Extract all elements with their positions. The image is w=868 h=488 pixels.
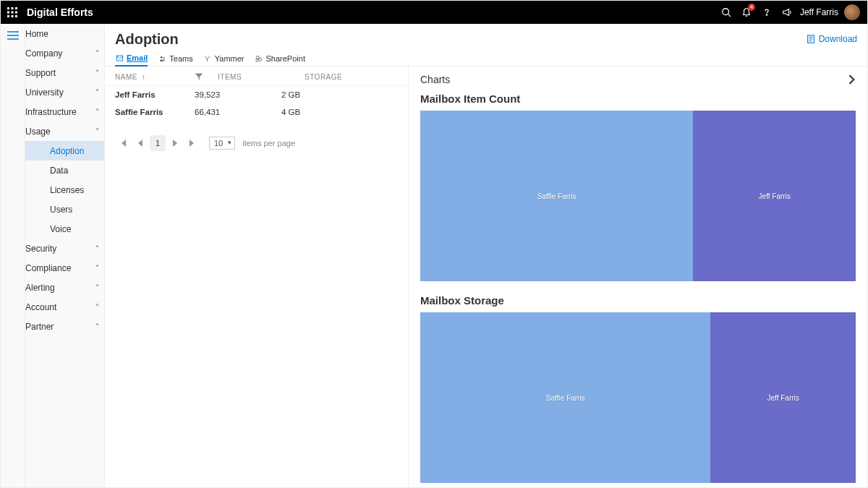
pager-page-1[interactable]: 1: [150, 135, 166, 151]
svg-rect-2: [15, 7, 17, 9]
sidebar-item-alerting[interactable]: Alerting ˄: [25, 278, 105, 297]
notifications-icon[interactable]: 4: [736, 2, 757, 22]
chart-2-title: Mailbox Storage: [420, 294, 856, 307]
menu-toggle-icon[interactable]: [7, 31, 19, 41]
sidebar-item-label: Infrastructure: [25, 107, 95, 117]
teams-icon: [158, 54, 166, 63]
chevron-up-icon: ˄: [95, 49, 99, 57]
svg-point-45: [259, 58, 262, 61]
treemap-cell: Saffie Farris: [420, 312, 710, 483]
svg-rect-41: [116, 56, 122, 61]
svg-point-9: [723, 9, 729, 15]
svg-rect-8: [15, 15, 17, 17]
sidebar-item-university[interactable]: University ˄: [25, 82, 105, 102]
sidebar-item-usage[interactable]: Usage ˅: [25, 121, 105, 141]
svg-rect-7: [12, 15, 14, 17]
col-name-header[interactable]: NAME: [115, 73, 137, 81]
treemap-cell: Jeff Farris: [693, 111, 856, 281]
pager-prev-icon[interactable]: [132, 135, 148, 151]
sort-asc-icon[interactable]: ↑: [142, 73, 146, 81]
sidebar-item-infrastructure[interactable]: Infrastructure ˄: [25, 102, 105, 121]
sidebar-subitem-users[interactable]: Users: [25, 200, 105, 219]
svg-rect-0: [7, 7, 9, 9]
download-button[interactable]: Download: [806, 31, 857, 44]
pager-first-icon[interactable]: [115, 135, 131, 151]
chevron-up-icon: ˄: [95, 108, 99, 116]
sidebar-item-security[interactable]: Security ˄: [25, 239, 105, 258]
col-storage-header[interactable]: STORAGE: [305, 73, 398, 81]
search-icon[interactable]: [716, 2, 736, 22]
table-row[interactable]: Saffie Farris 66,431 4 GB: [105, 103, 408, 121]
megaphone-icon[interactable]: [777, 2, 797, 22]
sharepoint-icon: [255, 54, 263, 63]
tab-email[interactable]: Email: [115, 53, 148, 67]
sidebar-item-partner[interactable]: Partner ˄: [25, 317, 105, 336]
brand-title: Digital Efforts: [27, 7, 93, 18]
sidebar-item-label: Account: [25, 302, 95, 312]
sidebar-item-support[interactable]: Support ˄: [25, 63, 105, 82]
col-items-header[interactable]: ITEMS: [218, 73, 305, 81]
treemap-cell: Saffie Farris: [420, 111, 693, 281]
sidebar-item-label: Home: [25, 29, 99, 39]
chevron-up-icon: ˄: [95, 264, 99, 272]
sidebar-subitem-voice[interactable]: Voice: [25, 219, 105, 239]
sidebar-subitem-adoption[interactable]: Adoption: [25, 141, 105, 160]
help-icon[interactable]: [757, 2, 777, 22]
sidebar-subitem-licenses[interactable]: Licenses: [25, 180, 105, 200]
email-icon: [115, 53, 124, 62]
notification-badge: 4: [748, 4, 755, 11]
chevron-up-icon: ˄: [95, 69, 99, 77]
sidebar-item-compliance[interactable]: Compliance ˄: [25, 258, 105, 278]
svg-rect-5: [15, 12, 17, 14]
sidebar-item-home[interactable]: Home: [25, 24, 105, 43]
download-label: Download: [819, 34, 857, 44]
tab-teams[interactable]: Teams: [158, 54, 192, 66]
app-launcher-icon[interactable]: [7, 7, 18, 18]
tab-sharepoint[interactable]: SharePoint: [255, 54, 305, 66]
sidebar-item-account[interactable]: Account ˄: [25, 297, 105, 317]
tab-yammer[interactable]: Yammer: [203, 54, 244, 66]
charts-panel-title: Charts: [420, 74, 450, 85]
table-row[interactable]: Jeff Farris 39,523 2 GB: [105, 86, 408, 103]
chevron-down-icon: ˅: [95, 127, 99, 135]
sidebar-subitem-data[interactable]: Data: [25, 160, 105, 180]
sidebar-item-label: Security: [25, 244, 95, 254]
svg-rect-4: [12, 12, 14, 14]
sidebar-item-company[interactable]: Company ˄: [25, 43, 105, 63]
treemap-cell: Jeff Farris: [710, 312, 856, 483]
cell-name: Jeff Farris: [115, 90, 195, 99]
sidebar-item-label: Support: [25, 68, 95, 78]
pager-last-icon[interactable]: [184, 135, 200, 151]
svg-line-10: [728, 14, 731, 17]
cell-storage: 2 GB: [281, 90, 398, 99]
cell-name: Saffie Farris: [115, 108, 195, 116]
svg-rect-6: [7, 15, 9, 17]
sidebar-item-label: Compliance: [25, 263, 95, 273]
svg-point-42: [161, 56, 163, 59]
mailbox-storage-chart: Saffie FarrisJeff Farris: [420, 312, 856, 483]
chevron-up-icon: ˄: [95, 88, 99, 96]
chevron-up-icon: ˄: [95, 303, 99, 311]
page-size-label: items per page: [242, 139, 295, 147]
chevron-up-icon: ˄: [95, 322, 99, 330]
filter-icon[interactable]: [195, 72, 203, 81]
chevron-up-icon: ˄: [95, 244, 99, 252]
cell-storage: 4 GB: [281, 108, 398, 116]
page-size-select[interactable]: 10: [209, 137, 235, 150]
svg-rect-3: [7, 12, 9, 14]
sidebar-item-label: Partner: [25, 322, 95, 332]
svg-point-12: [766, 14, 767, 15]
page-title: Adoption: [115, 31, 179, 48]
sidebar-item-label: Usage: [25, 127, 95, 137]
pager-next-icon[interactable]: [167, 135, 183, 151]
svg-point-43: [163, 57, 164, 59]
svg-rect-1: [12, 7, 14, 9]
sidebar-item-label: Alerting: [25, 283, 95, 293]
chevron-up-icon: ˄: [95, 283, 99, 291]
chevron-right-icon[interactable]: [848, 74, 856, 85]
sidebar-item-label: University: [25, 87, 95, 98]
sidebar-item-label: Company: [25, 48, 95, 59]
avatar[interactable]: [844, 4, 860, 20]
cell-items: 39,523: [195, 90, 281, 99]
svg-point-46: [256, 59, 258, 61]
